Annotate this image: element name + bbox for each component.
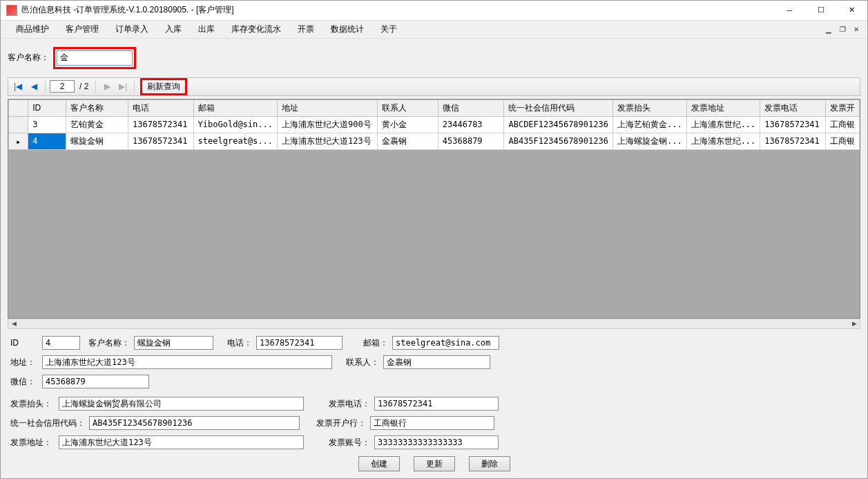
field-invoice-account[interactable]	[374, 435, 499, 449]
menu-about[interactable]: 关于	[372, 21, 405, 38]
col-invoicephone[interactable]: 发票电话	[760, 100, 826, 116]
maximize-button[interactable]: ☐	[805, 1, 836, 20]
pager-first-icon[interactable]: |◀	[11, 79, 25, 93]
search-bar: 客户名称：	[1, 39, 867, 77]
cell[interactable]: 45368879	[438, 133, 504, 149]
cell[interactable]: 4	[28, 133, 66, 149]
cell[interactable]: steelgreat@s...	[193, 133, 277, 149]
cell[interactable]: 13678572341	[128, 133, 193, 149]
menu-product[interactable]: 商品维护	[8, 21, 57, 38]
pager-last-icon[interactable]: ▶|	[116, 79, 130, 93]
cell[interactable]: 13678572341	[760, 133, 826, 149]
refresh-highlight: 刷新查询	[140, 78, 187, 95]
menu-stockflow[interactable]: 库存变化流水	[223, 21, 289, 38]
col-contact[interactable]: 联系人	[377, 100, 438, 116]
delete-button[interactable]: 删除	[469, 456, 510, 471]
create-button[interactable]: 创建	[358, 456, 400, 471]
menu-stockin[interactable]: 入库	[157, 21, 190, 38]
mdi-restore-icon[interactable]: ❐	[836, 23, 849, 35]
cell[interactable]: YiboGold@sin...	[193, 116, 277, 133]
col-phone[interactable]: 电话	[128, 100, 193, 116]
scroll-left-icon[interactable]: ◀	[8, 319, 19, 328]
separator	[45, 80, 46, 93]
window-title: 邑泊信息科技 -订单管理系统-V.1.0.20180905. - [客户管理]	[21, 4, 774, 16]
row-header[interactable]	[9, 133, 28, 149]
col-email[interactable]: 邮箱	[193, 100, 277, 116]
separator	[134, 80, 135, 93]
table-row[interactable]: 4螺旋金钢13678572341steelgreat@s...上海浦东世纪大道1…	[9, 133, 860, 149]
field-invoice-address[interactable]	[59, 435, 304, 449]
field-invoice-title[interactable]	[59, 397, 304, 411]
cell[interactable]: 上海浦东世纪...	[686, 133, 760, 149]
col-wechat[interactable]: 微信	[438, 100, 504, 116]
scroll-track[interactable]	[19, 319, 849, 328]
cell[interactable]: 上海浦东世纪...	[686, 116, 760, 133]
update-button[interactable]: 更新	[414, 456, 455, 471]
menu-order[interactable]: 订单录入	[107, 21, 157, 38]
pager-toolbar: |◀ ◀ / 2 ▶ ▶| 刷新查询	[8, 77, 860, 96]
field-address[interactable]	[42, 355, 332, 369]
pager-next-icon[interactable]: ▶	[100, 79, 114, 93]
cell[interactable]: 工商银	[826, 116, 860, 133]
grid-table: ID 客户名称 电话 邮箱 地址 联系人 微信 统一社会信用代码 发票抬头 发票…	[8, 100, 860, 150]
col-invoiceaddr[interactable]: 发票地址	[686, 100, 760, 116]
row-header-corner[interactable]	[9, 100, 28, 116]
col-creditcode[interactable]: 统一社会信用代码	[504, 100, 613, 116]
cell[interactable]: 黄小金	[377, 116, 438, 133]
field-credit-code[interactable]	[89, 416, 300, 430]
separator	[95, 80, 96, 93]
app-icon	[6, 5, 17, 16]
refresh-button[interactable]: 刷新查询	[143, 80, 184, 93]
field-id[interactable]	[42, 336, 80, 350]
scroll-right-icon[interactable]: ▶	[849, 319, 860, 328]
cell[interactable]: 工商银	[826, 133, 860, 149]
field-invoice-phone[interactable]	[374, 397, 499, 411]
field-phone[interactable]	[256, 336, 343, 350]
titlebar: 邑泊信息科技 -订单管理系统-V.1.0.20180905. - [客户管理] …	[1, 1, 867, 21]
field-invoice-bank[interactable]	[370, 416, 494, 430]
main-window: 邑泊信息科技 -订单管理系统-V.1.0.20180905. - [客户管理] …	[0, 0, 868, 479]
cell[interactable]: AB435F12345678901236	[504, 133, 613, 149]
menu-invoice[interactable]: 开票	[289, 21, 322, 38]
col-name[interactable]: 客户名称	[66, 100, 128, 116]
cell[interactable]: 上海浦东世纪大道900号	[277, 116, 377, 133]
field-name[interactable]	[134, 336, 213, 350]
menu-customer[interactable]: 客户管理	[57, 21, 107, 38]
field-email[interactable]	[392, 336, 499, 350]
cell[interactable]: 螺旋金钢	[66, 133, 128, 149]
cell[interactable]: 金裹钢	[377, 133, 438, 149]
cell[interactable]: 上海艺铂黄金...	[613, 116, 686, 133]
close-button[interactable]: ✕	[836, 1, 867, 20]
field-wechat[interactable]	[42, 375, 149, 388]
col-address[interactable]: 地址	[277, 100, 377, 116]
data-grid[interactable]: ID 客户名称 电话 邮箱 地址 联系人 微信 统一社会信用代码 发票抬头 发票…	[8, 99, 860, 319]
label-wechat: 微信：	[10, 376, 38, 388]
cell[interactable]: 艺铂黄金	[66, 116, 128, 133]
search-input[interactable]	[57, 50, 133, 66]
pager-current-input[interactable]	[50, 80, 75, 93]
horizontal-scrollbar[interactable]: ◀ ▶	[8, 319, 860, 329]
menubar: 商品维护 客户管理 订单录入 入库 出库 库存变化流水 开票 数据统计 关于 ▁…	[1, 21, 867, 39]
col-id[interactable]: ID	[28, 100, 66, 116]
cell[interactable]: 上海浦东世纪大道123号	[277, 133, 377, 149]
table-row[interactable]: 3艺铂黄金13678572341YiboGold@sin...上海浦东世纪大道9…	[9, 116, 860, 133]
cell[interactable]: 3	[28, 116, 66, 133]
cell[interactable]: 13678572341	[128, 116, 193, 133]
menu-stats[interactable]: 数据统计	[322, 21, 372, 38]
label-id: ID	[10, 338, 38, 348]
label-contact: 联系人：	[346, 357, 379, 368]
col-invoicebank[interactable]: 发票开	[826, 100, 860, 116]
mdi-close-icon[interactable]: ✕	[849, 23, 863, 35]
cell[interactable]: 上海螺旋金钢...	[613, 133, 686, 149]
cell[interactable]: ABCDEF12345678901236	[504, 116, 613, 133]
menu-stockout[interactable]: 出库	[190, 21, 223, 38]
cell[interactable]: 13678572341	[760, 116, 826, 133]
row-header[interactable]	[9, 116, 28, 133]
label-address: 地址：	[10, 357, 38, 368]
mdi-minimize-icon[interactable]: ▁	[822, 23, 836, 35]
field-contact[interactable]	[383, 355, 490, 369]
col-invoicetitle[interactable]: 发票抬头	[613, 100, 686, 116]
minimize-button[interactable]: ─	[774, 1, 805, 20]
pager-prev-icon[interactable]: ◀	[27, 79, 41, 93]
cell[interactable]: 23446783	[438, 116, 504, 133]
